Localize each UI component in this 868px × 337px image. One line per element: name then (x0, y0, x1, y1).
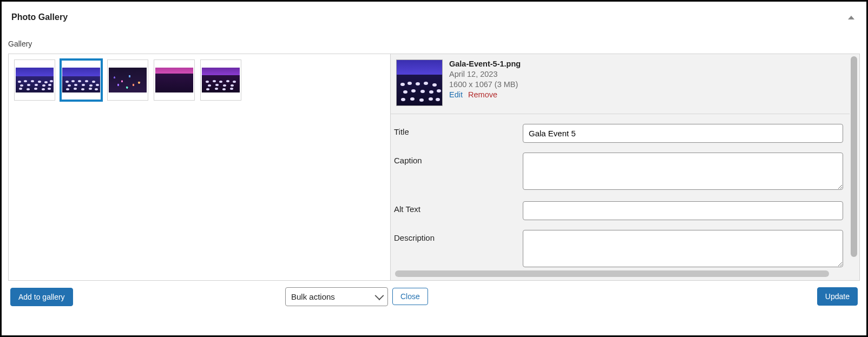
attachment-preview-thumbnail (396, 60, 443, 106)
gallery-thumbnail[interactable] (200, 60, 241, 101)
gallery-section-label: Gallery (8, 28, 860, 54)
update-button[interactable]: Update (817, 287, 858, 306)
alt-text-label: Alt Text (394, 201, 516, 214)
close-button[interactable]: Close (392, 288, 428, 305)
gallery-thumbnail[interactable] (107, 60, 148, 101)
right-footer: Close Update (390, 281, 860, 309)
gallery-thumbnail[interactable] (14, 60, 55, 101)
alt-text-field-row: Alt Text (394, 201, 843, 220)
panel-title: Photo Gallery (11, 12, 68, 22)
caption-label: Caption (394, 153, 516, 165)
caption-textarea[interactable] (523, 153, 843, 190)
attachment-date: April 12, 2023 (449, 70, 521, 78)
vertical-scrollbar[interactable] (851, 56, 857, 263)
attachment-filename: Gala-Event-5-1.png (449, 60, 521, 68)
panel-header: Photo Gallery (8, 5, 860, 28)
event-photo-icon (62, 68, 100, 92)
gallery-right-pane: Gala-Event-5-1.png April 12, 2023 1600 x… (390, 54, 860, 309)
attachment-meta: Gala-Event-5-1.png April 12, 2023 1600 x… (449, 60, 521, 106)
thumbnails-box (8, 54, 390, 281)
event-photo-icon (109, 68, 147, 92)
remove-attachment-link[interactable]: Remove (468, 90, 497, 99)
left-footer: Add to gallery Bulk actions (8, 281, 390, 309)
event-photo-icon (155, 68, 193, 92)
event-photo-icon (16, 68, 54, 92)
attachment-size: 1600 x 1067 (3 MB) (449, 80, 521, 89)
alt-text-input[interactable] (523, 201, 843, 220)
description-field-row: Description (394, 230, 843, 269)
title-input[interactable] (523, 124, 843, 143)
description-textarea[interactable] (523, 230, 843, 267)
caption-field-row: Caption (394, 153, 843, 191)
gallery-left-pane: Add to gallery Bulk actions (8, 54, 390, 309)
gallery-thumbnail[interactable] (154, 60, 195, 101)
attachment-header: Gala-Event-5-1.png April 12, 2023 1600 x… (391, 54, 850, 114)
edit-attachment-link[interactable]: Edit (449, 90, 463, 99)
attachment-detail-box: Gala-Event-5-1.png April 12, 2023 1600 x… (390, 54, 860, 281)
attachment-fields: Title Caption (391, 114, 850, 275)
title-label: Title (394, 124, 516, 136)
attachment-links: Edit Remove (449, 90, 521, 99)
bulk-actions-select[interactable]: Bulk actions (285, 287, 388, 306)
bulk-actions-select-wrap: Bulk actions (285, 287, 388, 306)
description-label: Description (394, 230, 516, 242)
event-photo-icon (202, 68, 240, 92)
photo-gallery-panel: Photo Gallery Gallery (0, 0, 868, 337)
horizontal-scrollbar[interactable] (395, 270, 838, 277)
gallery-thumbnail[interactable] (61, 60, 102, 101)
add-to-gallery-button[interactable]: Add to gallery (10, 288, 73, 306)
title-field-row: Title (394, 124, 843, 143)
collapse-toggle-icon[interactable] (848, 16, 854, 19)
